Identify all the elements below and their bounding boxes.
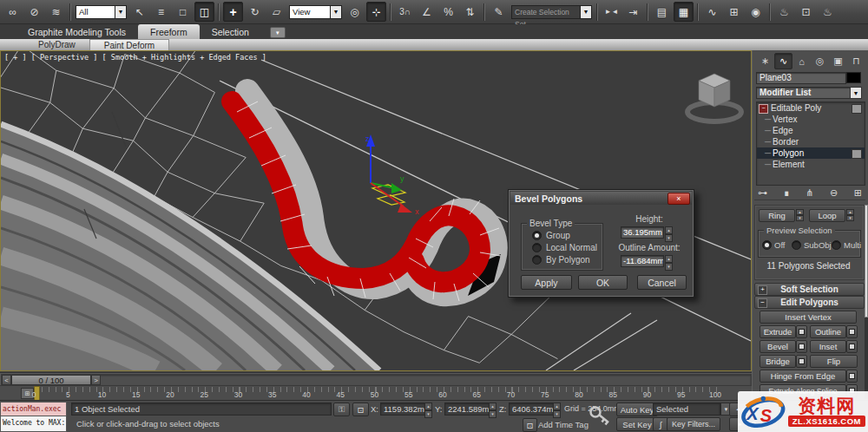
- chevron-down-icon[interactable]: ▼: [331, 5, 342, 19]
- preview-subobj-radio[interactable]: SubObj: [792, 240, 832, 250]
- edit-named-selection-sets-icon[interactable]: ✎: [489, 2, 509, 22]
- key-filters-button[interactable]: Key Filters...: [667, 417, 720, 431]
- key-filter-dropdown[interactable]: Selected ▼: [653, 403, 732, 416]
- maxscript-listener-line1[interactable]: actionMan.exec: [0, 402, 67, 416]
- maxscript-listener-line2[interactable]: Welcome to MAX:: [0, 416, 67, 432]
- outline-spinner[interactable]: ▴ ▾: [665, 255, 673, 271]
- graphite-toggle-icon[interactable]: ▦: [674, 2, 694, 22]
- ok-button[interactable]: OK: [578, 275, 628, 290]
- tab-modify[interactable]: ∿: [774, 53, 792, 69]
- radio-dot-icon[interactable]: [532, 255, 542, 265]
- object-name-field[interactable]: Plane03: [756, 72, 846, 84]
- stack-item-border[interactable]: ─Border: [757, 136, 865, 147]
- spinner-up-icon[interactable]: ▴: [846, 209, 854, 215]
- rectangular-selection-region-icon[interactable]: □: [173, 2, 193, 22]
- spinner-up-icon[interactable]: ▴: [553, 403, 561, 410]
- stack-item-polygon[interactable]: ─Polygon: [757, 147, 865, 159]
- spinner-up-icon[interactable]: ▴: [796, 209, 804, 215]
- time-slider[interactable]: < 0 / 100 >: [0, 372, 752, 385]
- radio-by-polygon[interactable]: By Polygon: [532, 255, 590, 265]
- spinner-up-icon[interactable]: ▴: [489, 403, 496, 410]
- radio-dot-icon[interactable]: [792, 240, 801, 250]
- x-coordinate-field[interactable]: 1159.382mm: [380, 403, 425, 416]
- chevron-down-icon[interactable]: ▼: [850, 87, 862, 99]
- y-spinner[interactable]: ▴▾: [489, 403, 496, 418]
- spinner-down-icon[interactable]: ▾: [424, 410, 432, 418]
- select-and-manipulate-icon[interactable]: ⊹: [366, 2, 386, 22]
- tab-graphite-modeling-tools[interactable]: Graphite Modeling Tools: [16, 24, 138, 39]
- spinner-down-icon[interactable]: ▾: [665, 263, 673, 271]
- bridge-button[interactable]: Bridge: [760, 355, 796, 368]
- align-icon[interactable]: ⇥: [623, 2, 643, 22]
- use-center-icon[interactable]: ◎: [345, 2, 365, 22]
- radio-dot-icon[interactable]: [762, 240, 772, 250]
- spinner-up-icon[interactable]: ▴: [665, 255, 673, 263]
- material-editor-icon[interactable]: ◉: [746, 2, 766, 22]
- subobject-toggle-icon[interactable]: [852, 149, 862, 159]
- bevel-settings-icon[interactable]: [796, 340, 807, 353]
- ribbon-minimize-button[interactable]: ▾: [270, 27, 286, 38]
- chevron-down-icon[interactable]: ▼: [115, 5, 127, 19]
- height-spinner[interactable]: ▴ ▾: [665, 226, 673, 242]
- stack-item-element[interactable]: ─Element: [757, 159, 865, 170]
- object-color-swatch[interactable]: [846, 72, 861, 83]
- tab-create[interactable]: ∗: [756, 53, 774, 69]
- expand-icon[interactable]: +: [758, 285, 767, 295]
- ring-spinner[interactable]: ▴ ▾: [796, 209, 804, 220]
- collapse-icon[interactable]: −: [758, 298, 767, 308]
- absolute-mode-icon[interactable]: ⊡: [352, 403, 369, 416]
- radio-local-normal[interactable]: Local Normal: [532, 243, 597, 252]
- z-coordinate-field[interactable]: 6406.374mm: [509, 403, 554, 416]
- selection-lock-icon[interactable]: ⚿: [333, 403, 350, 416]
- hinge-settings-icon[interactable]: [846, 370, 858, 383]
- modifier-stack[interactable]: −Editable Poly ─Vertex ─Edge ─Border ─Po…: [756, 101, 865, 186]
- spinner-down-icon[interactable]: ▾: [796, 215, 804, 221]
- ring-button[interactable]: Ring: [759, 209, 795, 222]
- tab-freeform[interactable]: Freeform: [138, 24, 200, 39]
- chevron-down-icon[interactable]: ▼: [581, 5, 592, 19]
- set-key-button[interactable]: Set Key: [616, 417, 658, 431]
- x-spinner[interactable]: ▴▾: [424, 403, 432, 418]
- next-frame-button[interactable]: >: [91, 375, 101, 385]
- dialog-title-bar[interactable]: Bevel Polygons: [510, 192, 692, 205]
- viewport-label[interactable]: [ + ] [ Perspective ] [ Smooth + Highlig…: [4, 53, 266, 62]
- preview-multi-radio[interactable]: Multi: [832, 240, 861, 250]
- inset-settings-icon[interactable]: [846, 340, 858, 353]
- tab-hierarchy[interactable]: ⌂: [792, 53, 811, 69]
- tab-utilities[interactable]: ⊓: [847, 53, 865, 69]
- make-unique-icon[interactable]: ⋔: [806, 187, 813, 199]
- unlink-selection-icon[interactable]: ⊘: [24, 2, 44, 22]
- inset-button[interactable]: Inset: [810, 340, 846, 353]
- apply-button[interactable]: Apply: [521, 275, 572, 290]
- schematic-view-icon[interactable]: ⊞: [724, 2, 744, 22]
- select-by-name-icon[interactable]: ≡: [151, 2, 171, 22]
- close-icon[interactable]: ×: [667, 193, 690, 205]
- spinner-up-icon[interactable]: ▴: [665, 226, 673, 234]
- soft-selection-rollout[interactable]: + Soft Selection: [754, 283, 865, 296]
- scrollbar-thumb[interactable]: [865, 205, 868, 317]
- stack-item-editable-poly[interactable]: −Editable Poly: [757, 102, 865, 114]
- z-spinner[interactable]: ▴▾: [553, 403, 561, 418]
- y-coordinate-field[interactable]: 2241.589mm: [444, 403, 490, 416]
- configure-modifier-sets-icon[interactable]: ⊞: [854, 187, 862, 199]
- select-and-rotate-icon[interactable]: ↻: [245, 2, 265, 22]
- auto-key-button[interactable]: Auto Key: [616, 403, 658, 416]
- stack-item-edge[interactable]: ─Edge: [757, 125, 865, 136]
- select-and-move-icon[interactable]: +: [223, 2, 243, 22]
- panel-scrollbar[interactable]: [865, 205, 868, 399]
- tab-paint-deform[interactable]: Paint Deform: [89, 39, 169, 50]
- radio-dot-icon[interactable]: [532, 243, 542, 252]
- outline-button[interactable]: Outline: [810, 325, 846, 338]
- loop-spinner[interactable]: ▴ ▾: [846, 209, 854, 220]
- bind-to-space-warp-icon[interactable]: ≋: [46, 2, 66, 22]
- time-slider-track[interactable]: < 0 / 100 >: [1, 374, 752, 386]
- viewcube[interactable]: [687, 74, 741, 121]
- outline-settings-icon[interactable]: [846, 325, 858, 338]
- select-and-scale-icon[interactable]: ▱: [266, 2, 286, 22]
- stack-item-vertex[interactable]: ─Vertex: [757, 114, 865, 125]
- tab-motion[interactable]: ◎: [811, 53, 829, 69]
- set-keys-button[interactable]: [589, 403, 611, 429]
- insert-vertex-button[interactable]: Insert Vertex: [760, 311, 857, 324]
- radio-dot-icon[interactable]: [532, 231, 542, 240]
- pin-stack-icon[interactable]: ⊶: [758, 187, 767, 199]
